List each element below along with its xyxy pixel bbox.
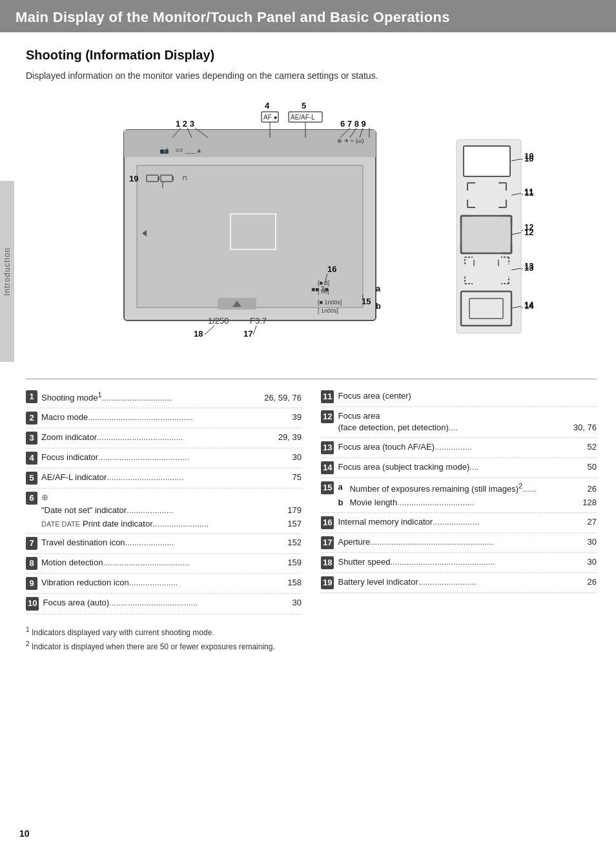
svg-text:[ 1n00s]: [ 1n00s] [318, 308, 338, 314]
svg-rect-32 [172, 176, 174, 180]
legend-number: 13 [321, 441, 334, 454]
list-item: 1 Shooting mode1 .......................… [26, 387, 302, 408]
svg-rect-104 [461, 216, 511, 253]
legend-col-left: 1 Shooting mode1 .......................… [26, 387, 302, 614]
svg-text:⊕ ✈ ≈ (ω): ⊕ ✈ ≈ (ω) [337, 138, 364, 144]
list-item: 11 Focus area (center) [321, 387, 597, 407]
legend-text: Motion detection [41, 557, 103, 569]
svg-text:[■ 1n00s]: [■ 1n00s] [318, 299, 342, 306]
footnote-1: 1 Indicators displayed vary with current… [26, 625, 597, 639]
list-item: 8 Motion detection .....................… [26, 554, 302, 574]
legend-page: 30, 76 [573, 422, 597, 434]
svg-text:16: 16 [327, 264, 336, 274]
svg-text:6 7 8 9: 6 7 8 9 [340, 119, 366, 129]
legend-number: 19 [321, 576, 334, 589]
list-item: 5 AE/AF-L indicator ....................… [26, 468, 302, 488]
svg-line-89 [205, 326, 214, 335]
list-item: 14 Focus area (subject tracking mode) ..… [321, 458, 597, 478]
svg-rect-30 [158, 176, 159, 180]
legend-text-extra: Print date indicator [83, 518, 152, 530]
list-item: 2 Macro mode ...........................… [26, 408, 302, 428]
legend-page: 29, 39 [278, 432, 302, 443]
legend-text: Movie length [349, 497, 397, 508]
legend-number: 12 [321, 410, 334, 423]
section-description: Displayed information on the monitor var… [26, 69, 597, 83]
svg-text:AF ●: AF ● [263, 114, 278, 121]
legend-col-right: 11 Focus area (center) 12 Focus area [321, 387, 597, 614]
legend-page: 30 [293, 597, 302, 609]
list-item: 18 Shutter speed .......................… [321, 553, 597, 573]
side-tab-label: Introduction [3, 247, 12, 296]
svg-rect-94 [464, 146, 510, 176]
legend-text: Battery level indicator [338, 576, 418, 588]
number-of-exposures-remaining: Number of exposures remaining (still ima… [349, 481, 522, 496]
svg-text:10: 10 [524, 154, 533, 163]
list-item: 12 Focus area (face detection, pet detec… [321, 407, 597, 437]
list-item: 13 Focus area (touch AF/AE) ............… [321, 438, 597, 458]
legend-number: 5 [26, 472, 37, 485]
svg-text:[ 50]: [ 50] [318, 288, 329, 295]
legend-number: 3 [26, 432, 37, 445]
legend-number: 6 [26, 492, 37, 505]
legend-page: 30 [293, 452, 302, 463]
legend-number: 10 [26, 597, 39, 610]
svg-text:a: a [376, 284, 381, 293]
svg-text:F3.7: F3.7 [250, 316, 267, 326]
legend-page: 159 [287, 557, 302, 569]
legend-number: 4 [26, 452, 37, 465]
legend-text: Focus indicator [41, 452, 98, 463]
legend-text: Focus area (touch AF/AE) [338, 441, 435, 453]
legend-number: 11 [321, 390, 334, 403]
svg-text:⊓: ⊓ [182, 174, 187, 182]
legend-page: 26 [588, 576, 597, 588]
legend-text: Focus area (subject tracking mode) [338, 461, 469, 473]
list-item: 3 Zoom indicator .......................… [26, 428, 302, 448]
svg-text:18: 18 [194, 329, 203, 339]
legend-number: 14 [321, 461, 334, 474]
legend-text: Internal memory indicator [338, 516, 433, 528]
svg-text:b: b [376, 301, 381, 311]
legend-page: 157 [287, 518, 302, 530]
legend-number: 9 [26, 577, 37, 590]
legend-page: 75 [293, 472, 302, 483]
legend-page: 26, 59, 76 [264, 392, 302, 404]
legend-number: 2 [26, 412, 37, 424]
legend-page: 30 [588, 556, 597, 568]
svg-text:AE/AF-L: AE/AF-L [291, 114, 315, 121]
legend-page: 152 [287, 537, 302, 549]
legend-page: 158 [287, 577, 302, 589]
svg-text:≡≡ ___▲: ≡≡ ___▲ [176, 147, 202, 154]
legend-text: Shutter speed [338, 556, 390, 568]
legend-text: Macro mode [41, 412, 88, 423]
list-item: 19 Battery level indicator .............… [321, 573, 597, 593]
svg-text:1/250: 1/250 [208, 316, 229, 326]
footnote-2: 2 Indicator is displayed when there are … [26, 639, 597, 653]
diagram-svg: ■■ 3■ 1/250 F3.7 1 2 3 4 AF ● 5 AE/AF-L … [34, 94, 589, 372]
legend-text: Shooting mode1 [41, 390, 101, 404]
svg-text:11: 11 [524, 188, 533, 198]
camera-diagram: ■■ 3■ 1/250 F3.7 1 2 3 4 AF ● 5 AE/AF-L … [34, 94, 589, 372]
legend-page: 50 [588, 461, 597, 473]
svg-text:14: 14 [524, 301, 534, 311]
svg-text:📷: 📷 [159, 145, 169, 154]
legend-table: 1 Shooting mode1 .......................… [26, 379, 597, 614]
svg-text:19: 19 [129, 174, 138, 183]
list-item: 16 Internal memory indicator ...........… [321, 513, 597, 533]
legend-number: 8 [26, 557, 37, 570]
legend-page: 30 [588, 536, 597, 548]
side-tab: Introduction [0, 181, 14, 362]
legend-grid: 1 Shooting mode1 .......................… [26, 387, 597, 614]
list-item: 15 a Number of exposures remaining (stil… [321, 478, 597, 513]
legend-text: Zoom indicator [41, 432, 97, 443]
legend-page: 26 [588, 483, 597, 495]
legend-page: 39 [293, 412, 302, 423]
legend-text: Focus area (auto) [43, 597, 109, 609]
legend-page: 27 [588, 516, 597, 528]
svg-text:12: 12 [524, 227, 533, 237]
main-content: Shooting (Information Display) Displayed… [0, 32, 616, 666]
legend-page: 128 [582, 497, 597, 508]
legend-text: (face detection, pet detection) [338, 422, 448, 434]
legend-page: 179 [287, 505, 302, 516]
legend-number: 16 [321, 516, 334, 529]
svg-text:[■ 3]: [■ 3] [318, 280, 329, 286]
